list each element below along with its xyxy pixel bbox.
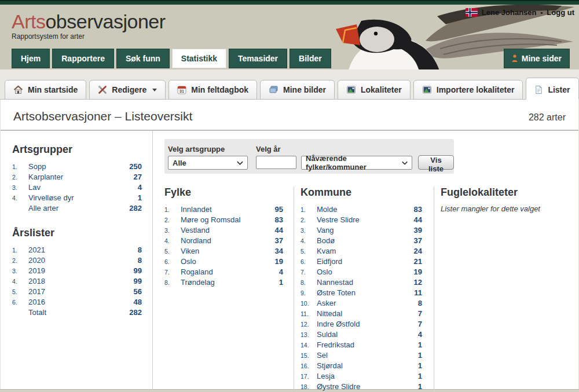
list-item-count: 7 [418, 319, 422, 329]
list-item[interactable]: 10. Asker 8 [301, 298, 422, 309]
subtab-min-startside[interactable]: Min startside [5, 80, 86, 100]
subtab-importere-lokaliteter[interactable]: Importere lokaliteter [413, 80, 523, 100]
subtab-redigere[interactable]: Redigere [89, 80, 166, 100]
list-item[interactable]: 3. 2019 99 [12, 266, 142, 276]
artsgruppe-select[interactable]: Alle [168, 156, 248, 170]
list-item[interactable]: 1. Molde 83 [301, 204, 422, 215]
empty-message: Lister mangler for dette valget [441, 204, 567, 213]
subtab-label: Redigere [112, 85, 146, 94]
nav-tab-sok-funn[interactable]: Søk funn [116, 49, 170, 68]
fylke-list: 1. Innlandet 95 2. Møre og Romsdal 83 [164, 204, 283, 288]
list-item-label: Indre Østfold [317, 319, 418, 329]
chevron-down-icon [152, 89, 157, 91]
list-item-index: 17. [301, 372, 317, 382]
list-item[interactable]: 14. Fredrikstad 1 [301, 340, 422, 350]
list-item[interactable]: 7. Rogaland 4 [164, 267, 283, 277]
list-item[interactable]: Alle arter 282 [12, 203, 142, 213]
list-item[interactable]: 9. Østre Toten 11 [301, 288, 422, 298]
subtab-label: Min feltdagbok [191, 85, 248, 94]
tools-icon [98, 85, 107, 94]
list-item-count: 250 [129, 162, 142, 171]
list-item[interactable]: 5. Viken 34 [164, 246, 283, 257]
calendar-icon: 31 [177, 85, 186, 94]
list-item[interactable]: 2. 2020 8 [12, 255, 142, 266]
page-body: Artsgrupper 1. Sopp 250 2. Karplanter 27 [1, 131, 578, 392]
user-name[interactable]: Lene Johansen [482, 8, 537, 17]
list-item-label: 2017 [28, 287, 134, 296]
subtab-mine-bilder[interactable]: Mine bilder [260, 80, 335, 100]
list-item[interactable]: 6. 2016 48 [12, 297, 142, 307]
list-item[interactable]: 2. Møre og Romsdal 83 [164, 215, 283, 225]
kommune-list: 1. Molde 83 2. Vestre Slidre 44 [301, 204, 422, 392]
list-item-count: 4 [279, 267, 283, 277]
list-item-index: 4. [301, 236, 317, 246]
top-strip [0, 0, 579, 5]
total-species-count: 282 arter [529, 112, 566, 123]
list-item-index: 8. [164, 278, 181, 288]
list-item[interactable]: 3. Vestland 44 [164, 225, 283, 236]
list-item[interactable]: 5. 2017 56 [12, 287, 142, 297]
list-item-label: Virvelløse dyr [28, 193, 138, 203]
nav-tab-rapportere[interactable]: Rapportere [52, 49, 114, 68]
list-item-index: 14. [301, 340, 317, 350]
year-input[interactable] [256, 156, 296, 169]
subtab-min-feltdagbok[interactable]: 31 Min feltdagbok [168, 80, 257, 100]
logout-link[interactable]: Logg ut [547, 8, 574, 17]
region-selected-value: Nåværende fylker/kommuner [306, 154, 402, 171]
list-item[interactable]: 8. Trøndelag 1 [164, 277, 283, 288]
list-item[interactable]: 4. Virvelløse dyr 1 [12, 193, 142, 203]
list-item[interactable]: 1. 2021 8 [12, 245, 142, 255]
list-item-label: 2019 [28, 266, 134, 276]
list-item[interactable]: 2. Vestre Slidre 44 [301, 215, 422, 225]
region-select[interactable]: Nåværende fylker/kommuner [301, 156, 412, 170]
app-title: Artsobservasjoner [12, 11, 166, 32]
list-item[interactable]: 1. Innlandet 95 [164, 204, 283, 215]
nav-tab-bilder[interactable]: Bilder [290, 49, 331, 68]
list-item[interactable]: 18. Øystre Slidre 1 [301, 382, 422, 392]
list-item[interactable]: 1. Sopp 250 [12, 162, 142, 172]
map-icon [346, 85, 356, 94]
list-item[interactable]: 6. Eidfjord 21 [301, 257, 422, 267]
list-item-index: 9. [301, 288, 317, 298]
nav-tab-statistikk[interactable]: Statistikk [172, 49, 226, 68]
nav-tab-hjem[interactable]: Hjem [12, 49, 50, 68]
list-item-count: 83 [275, 215, 283, 225]
nav-tab-temasider[interactable]: Temasider [229, 49, 287, 68]
subtab-label: Lokaliteter [361, 85, 402, 94]
list-item[interactable]: 3. Vang 39 [301, 225, 422, 236]
list-item-count: 21 [414, 257, 422, 266]
list-item-label: Sopp [28, 162, 129, 171]
list-item-count: 44 [275, 225, 283, 235]
list-item[interactable]: 4. Nordland 37 [164, 236, 283, 246]
subtab-lister[interactable]: Lister [526, 78, 578, 100]
year-label: Velg år [256, 145, 281, 153]
list-item-label: Molde [317, 204, 414, 214]
list-item-label: 2021 [28, 245, 138, 255]
list-item[interactable]: 5. Kvam 24 [301, 246, 422, 257]
list-item[interactable]: 8. Nannestad 12 [301, 277, 422, 288]
list-item[interactable]: Totalt 282 [12, 307, 142, 317]
list-item-label: Vang [317, 225, 414, 235]
list-item[interactable]: 4. 2018 99 [12, 276, 142, 287]
list-item[interactable]: 17. Lesja 1 [301, 371, 422, 382]
vis-liste-button[interactable]: Vis liste [418, 155, 454, 170]
list-item[interactable]: 7. Oslo 19 [301, 267, 422, 277]
list-item[interactable]: 4. Bodø 37 [301, 236, 422, 246]
header: Artsobservasjoner Rapportsystem for arte… [0, 5, 579, 69]
list-item[interactable]: 13. Suldal 4 [301, 329, 422, 340]
list-item[interactable]: 16. Stjørdal 1 [301, 361, 422, 371]
list-item[interactable]: 3. Lav 4 [12, 182, 142, 193]
list-item-count: 7 [418, 309, 422, 318]
list-item-label: Totalt [28, 307, 129, 317]
list-item[interactable]: 2. Karplanter 27 [12, 172, 142, 182]
list-item[interactable]: 12. Indre Østfold 7 [301, 319, 422, 329]
document-icon [534, 85, 543, 94]
list-item-index: 4. [12, 277, 28, 287]
list-item-label: Asker [317, 298, 418, 308]
subtab-lokaliteter[interactable]: Lokaliteter [338, 80, 411, 100]
list-item[interactable]: 15. Sel 1 [301, 350, 422, 361]
list-item-label: Eidfjord [317, 257, 414, 266]
mine-sider-button[interactable]: Mine sider [504, 49, 570, 68]
list-item[interactable]: 6. Oslo 19 [164, 257, 283, 267]
list-item[interactable]: 11. Nittedal 7 [301, 309, 422, 319]
